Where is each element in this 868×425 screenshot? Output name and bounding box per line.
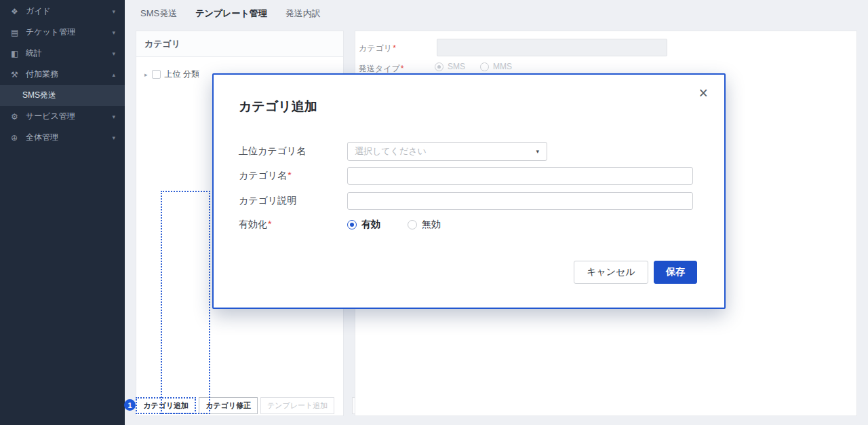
sidebar-item-statistics[interactable]: ◧ 統計 ▾: [0, 43, 125, 64]
required-asterisk: *: [401, 64, 404, 73]
addons-icon: ⚒: [11, 70, 26, 79]
sidebar-item-label: サービス管理: [26, 111, 75, 122]
global-icon: ⊕: [11, 133, 26, 143]
category-field-input-disabled: [437, 39, 667, 56]
mms-radio-disabled: [480, 62, 489, 71]
edit-category-button[interactable]: カテゴリ修正: [199, 397, 258, 414]
sidebar-item-additional-tasks[interactable]: ⚒ 付加業務 ▴: [0, 64, 125, 85]
sidebar-item-service-management[interactable]: ⚙ サービス管理 ▾: [0, 106, 125, 127]
mms-radio-label: MMS: [493, 62, 512, 71]
cancel-button[interactable]: キャンセル: [574, 261, 648, 284]
enable-off-label: 無効: [422, 219, 441, 231]
select-placeholder: 選択してください: [355, 145, 427, 158]
required-asterisk: *: [393, 43, 396, 53]
enable-row: 有効化* 有効 無効: [239, 219, 441, 231]
tab-send-history[interactable]: 発送内訳: [281, 7, 326, 20]
chevron-up-icon: ▴: [112, 71, 115, 78]
tree-checkbox[interactable]: [152, 70, 161, 79]
add-template-button[interactable]: テンプレート追加: [260, 397, 334, 414]
sms-radio-disabled: [435, 62, 443, 71]
category-name-input[interactable]: [347, 167, 693, 185]
add-category-modal: × カテゴリ追加 上位カテゴリ名 選択してください ▾ カテゴリ名* カテゴリ説…: [212, 73, 726, 309]
sidebar: ❖ ガイド ▾ ▤ チケット管理 ▾ ◧ 統計 ▾ ⚒ 付加業務 ▴ SMS発送…: [0, 0, 125, 425]
tab-template-management[interactable]: テンプレート管理: [191, 7, 272, 20]
sidebar-item-sms-send[interactable]: SMS発送: [0, 85, 125, 106]
category-name-label: カテゴリ名*: [239, 170, 347, 182]
sidebar-item-global-management[interactable]: ⊕ 全体管理 ▾: [0, 127, 125, 148]
parent-category-select[interactable]: 選択してください ▾: [347, 142, 547, 161]
service-gear-icon: ⚙: [11, 112, 26, 122]
enable-on-radio[interactable]: [347, 220, 357, 229]
modal-footer: キャンセル 保存: [574, 261, 697, 284]
category-desc-input[interactable]: [347, 192, 693, 210]
parent-category-label: 上位カテゴリ名: [239, 145, 347, 158]
sidebar-item-guide[interactable]: ❖ ガイド ▾: [0, 1, 125, 22]
enable-on-label: 有効: [361, 219, 380, 231]
chevron-down-icon: ▾: [112, 50, 115, 57]
required-asterisk: *: [288, 170, 291, 181]
add-category-button[interactable]: カテゴリ追加: [136, 397, 196, 414]
category-desc-row: カテゴリ説明: [239, 192, 693, 210]
guide-icon: ❖: [11, 7, 26, 16]
category-name-label-text: カテゴリ名: [239, 170, 287, 181]
chevron-down-icon: ▾: [112, 113, 115, 120]
ticket-icon: ▤: [11, 28, 26, 37]
required-asterisk: *: [268, 219, 271, 229]
send-type-radio-group: SMS MMS: [435, 62, 527, 71]
modal-title: カテゴリ追加: [239, 98, 317, 115]
category-desc-label: カテゴリ説明: [239, 195, 347, 207]
chevron-down-icon: ▾: [112, 8, 115, 15]
send-type-label-text: 発送タイプ: [359, 64, 400, 73]
enable-off-radio[interactable]: [408, 220, 417, 229]
step-badge: 1: [124, 399, 136, 411]
top-tabbar: SMS発送 テンプレート管理 発送内訳: [125, 0, 868, 27]
enable-label: 有効化*: [239, 219, 347, 231]
tree-expand-caret-icon[interactable]: ▸: [144, 71, 148, 78]
sidebar-item-ticket-management[interactable]: ▤ チケット管理 ▾: [0, 22, 125, 43]
sidebar-item-label: ガイド: [26, 5, 51, 17]
category-panel-footer: カテゴリ追加 カテゴリ修正 テンプレート追加 削除: [136, 397, 380, 414]
sidebar-item-label: 統計: [26, 48, 42, 59]
tree-item-label: 上位 分類: [165, 69, 199, 80]
stats-icon: ◧: [11, 49, 26, 58]
sms-radio-label: SMS: [448, 62, 465, 71]
sidebar-item-label: 全体管理: [26, 132, 58, 143]
screen: ❖ ガイド ▾ ▤ チケット管理 ▾ ◧ 統計 ▾ ⚒ 付加業務 ▴ SMS発送…: [0, 0, 868, 425]
chevron-down-icon: ▾: [112, 29, 115, 36]
chevron-down-icon: ▾: [536, 148, 539, 155]
category-field-label-text: カテゴリ: [359, 43, 392, 53]
enable-label-text: 有効化: [239, 219, 267, 229]
sidebar-item-label: SMS発送: [22, 90, 56, 101]
category-name-row: カテゴリ名*: [239, 167, 693, 185]
tab-sms-send[interactable]: SMS発送: [136, 7, 182, 20]
category-panel-title: カテゴリ: [136, 31, 343, 57]
sidebar-item-label: チケット管理: [26, 26, 75, 38]
parent-category-row: 上位カテゴリ名 選択してください ▾: [239, 142, 547, 161]
category-field-label: カテゴリ*: [359, 43, 396, 54]
close-icon[interactable]: ×: [699, 86, 708, 101]
save-button[interactable]: 保存: [654, 261, 697, 284]
chevron-down-icon: ▾: [112, 134, 115, 141]
sidebar-item-label: 付加業務: [26, 69, 58, 80]
